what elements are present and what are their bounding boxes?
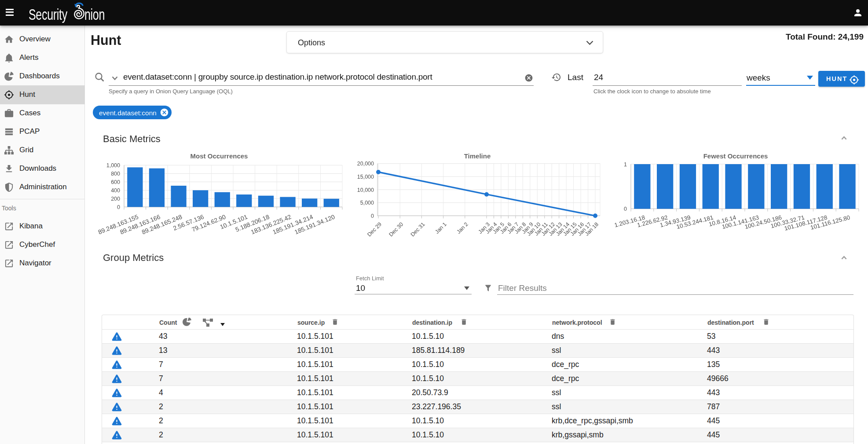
- svg-text:Jan 2: Jan 2: [455, 221, 469, 235]
- svg-text:15,000: 15,000: [357, 174, 374, 180]
- svg-text:Fewest Occurrences: Fewest Occurrences: [703, 152, 768, 160]
- svg-text:0: 0: [624, 206, 627, 212]
- svg-text:0: 0: [371, 213, 374, 219]
- svg-text:400: 400: [111, 187, 120, 194]
- svg-text:5,000: 5,000: [360, 200, 374, 206]
- svg-text:Timeline: Timeline: [464, 152, 491, 160]
- svg-text:Jan 1: Jan 1: [434, 221, 448, 235]
- svg-text:Dec 29: Dec 29: [366, 221, 383, 238]
- svg-text:800: 800: [111, 171, 120, 177]
- svg-text:1: 1: [624, 161, 627, 168]
- svg-text:Dec 30: Dec 30: [388, 221, 404, 238]
- svg-text:200: 200: [111, 196, 120, 202]
- svg-text:Dec 31: Dec 31: [410, 221, 426, 238]
- svg-text:600: 600: [111, 179, 120, 185]
- svg-text:10,000: 10,000: [357, 187, 374, 193]
- svg-text:Most Occurrences: Most Occurrences: [190, 152, 248, 160]
- svg-text:1,000: 1,000: [106, 162, 120, 169]
- svg-text:0: 0: [117, 204, 120, 210]
- svg-text:20,000: 20,000: [357, 161, 374, 167]
